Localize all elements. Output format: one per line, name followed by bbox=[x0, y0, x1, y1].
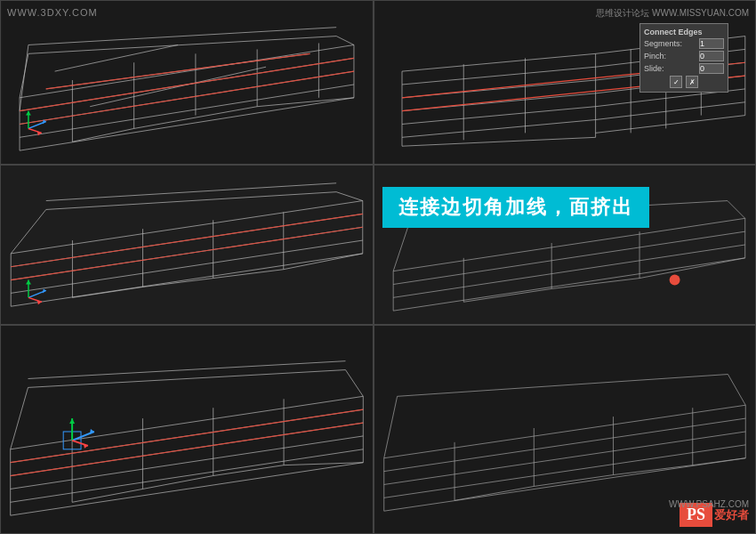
viewport-bot-left[interactable] bbox=[0, 325, 374, 534]
svg-rect-0 bbox=[2, 1, 371, 164]
viewport-mid-left[interactable] bbox=[0, 165, 374, 325]
segments-input[interactable] bbox=[699, 38, 724, 49]
watermark-bottom-right: WWW.PSAHZ.COM bbox=[669, 499, 749, 509]
segments-label: Segments: bbox=[644, 39, 697, 48]
viewport-top-right[interactable]: Connect Edges Segments: Pinch: Slide: ✓ … bbox=[374, 0, 756, 165]
watermark-top-left: WWW.3DXY.COM bbox=[7, 7, 98, 18]
viewport-grid: Connect Edges Segments: Pinch: Slide: ✓ … bbox=[0, 0, 756, 534]
pinch-label: Pinch: bbox=[644, 52, 697, 61]
viewport-top-left[interactable] bbox=[0, 0, 374, 165]
widget-ok-btn[interactable]: ✓ bbox=[670, 76, 682, 88]
widget-segments-row: Segments: bbox=[644, 38, 724, 49]
svg-point-102 bbox=[670, 275, 680, 286]
slide-input[interactable] bbox=[699, 63, 724, 74]
widget-title-row: Connect Edges bbox=[644, 28, 724, 36]
widget-slide-row: Slide: bbox=[644, 63, 724, 74]
svg-rect-58 bbox=[2, 166, 371, 324]
connect-edges-widget: Connect Edges Segments: Pinch: Slide: ✓ … bbox=[639, 23, 728, 93]
watermark-top-right: 思维设计论坛 WWW.MISSYUAN.COM bbox=[596, 7, 749, 20]
chinese-banner: 连接边切角加线，面挤出 bbox=[382, 187, 649, 228]
ps-logo-text: 爱好者 bbox=[714, 507, 749, 523]
pinch-input[interactable] bbox=[699, 51, 724, 61]
widget-title: Connect Edges bbox=[644, 28, 703, 36]
widget-cancel-btn[interactable]: ✗ bbox=[686, 76, 698, 88]
slide-label: Slide: bbox=[644, 64, 697, 73]
widget-pinch-row: Pinch: bbox=[644, 51, 724, 61]
